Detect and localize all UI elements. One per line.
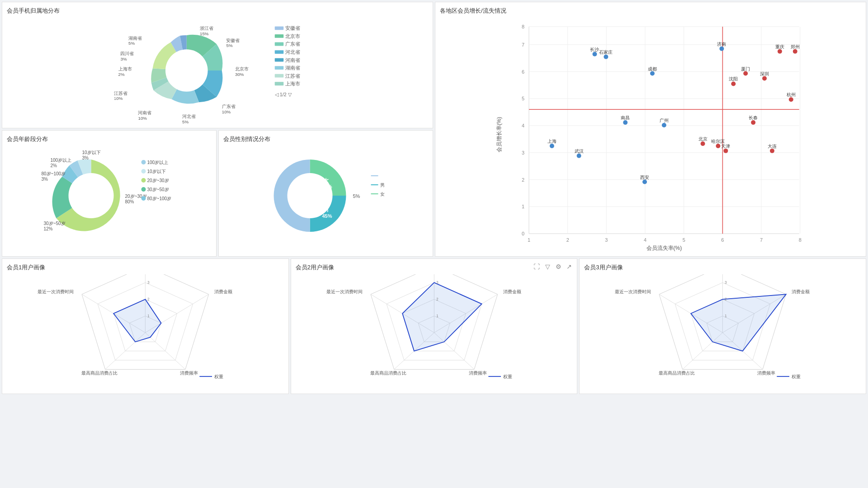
radar1-lbl3: 消费频率	[180, 371, 198, 375]
label-hebei-pct: 5%	[182, 119, 189, 123]
age-leg-20-lbl: 20岁~30岁	[147, 178, 169, 183]
radar2-lbl5: 最近一次消费时间	[326, 289, 362, 294]
phone-dist-svg: 浙江省 15% 安徽省 5% 北京市 30% 广东省 10% 河北省 5% 河南…	[7, 18, 428, 123]
label-chongqing: 重庆	[775, 44, 784, 49]
x-label-2: 2	[566, 237, 569, 243]
mid-row: 会员年龄段分布 20岁~30岁 80% 30岁~50岁 12%	[2, 130, 433, 257]
age-leg-100-lbl: 100岁以上	[147, 160, 169, 165]
radar2-panel: 会员2用户画像 ⛶ ▽ ⚙ ↗	[291, 258, 578, 394]
y-label-8: 8	[522, 24, 524, 29]
point-guangzhou	[662, 123, 666, 127]
label-beijing-s: 北京	[698, 136, 708, 141]
y-label-1: 1	[522, 204, 524, 209]
label-jinan: 济南	[717, 42, 726, 47]
age-leg-30-lbl: 30岁~50岁	[147, 187, 169, 192]
age-lbl-20-30-pct: 80%	[125, 199, 134, 204]
radar1-panel: 会员1用户画像	[2, 258, 289, 394]
legend-henan-label: 河南省	[285, 57, 300, 62]
age-panel: 会员年龄段分布 20岁~30岁 80% 30岁~50岁 12%	[2, 130, 217, 257]
scatter-chart: 0 1 2 3 4 5 6 7 8 1 2 3 4 5 6 7 8 会员流失率(…	[440, 18, 861, 252]
label-guangdong: 广东省	[222, 104, 236, 109]
radar2-title: 会员2用户画像	[296, 263, 573, 272]
legend-anhui-label: 安徽省	[285, 25, 300, 31]
scatter-title: 各地区会员增长/流失情况	[440, 7, 861, 15]
phone-dist-chart: 浙江省 15% 安徽省 5% 北京市 30% 广东省 10% 河北省 5% 河南…	[7, 18, 428, 123]
radar3-data	[691, 294, 786, 351]
radar3-lbl5: 最近一次消费时间	[615, 289, 651, 294]
point-xian	[642, 180, 647, 184]
radar2-data	[402, 282, 481, 351]
x-label-5: 5	[683, 237, 685, 243]
point-jinan	[719, 47, 724, 51]
x-label-3: 3	[605, 237, 608, 243]
point-zhengzhou	[793, 49, 797, 54]
label-guangzhou: 广州	[660, 118, 669, 123]
label-shenzhen: 深圳	[760, 71, 769, 76]
age-leg-100	[142, 160, 146, 164]
radar2-val2: 2	[436, 297, 439, 301]
radar3-val2: 2	[725, 297, 727, 301]
fullscreen-icon[interactable]: ⛶	[533, 263, 541, 271]
label-zhejiang: 浙江省	[200, 26, 213, 31]
label-changchun: 长春	[749, 115, 758, 120]
legend-shanghai-label: 上海市	[285, 81, 300, 86]
point-dalian	[770, 149, 774, 153]
legend-jiangsu-label: 江苏省	[285, 73, 300, 79]
y-label-4: 4	[522, 123, 524, 128]
legend-hunan-label: 湖南省	[285, 65, 300, 70]
radar2-lbl4: 最高商品消费占比	[370, 371, 406, 375]
label-sjz: 石家庄	[599, 50, 613, 55]
age-svg: 20岁~30岁 80% 30岁~50岁 12% 80岁~100岁 3% 100岁…	[7, 146, 212, 245]
label-changsha: 长沙	[590, 47, 599, 52]
scatter-panel: 各地区会员增长/流失情况	[435, 2, 866, 257]
legend-guangdong-label: 广东省	[285, 41, 300, 47]
label-tianjin: 天津	[721, 144, 730, 149]
point-shanghai	[550, 144, 554, 148]
gender-male-inside-pct: 45%	[322, 213, 332, 219]
legend-guangdong-icon	[275, 42, 284, 46]
age-leg-80	[142, 196, 146, 201]
radar3-lbl3: 消费频率	[758, 371, 776, 375]
radar3-val3: 3	[725, 280, 727, 285]
point-chongqing	[778, 49, 782, 54]
radar1-val3: 3	[147, 280, 150, 285]
radar2-svg: 特价商品消费占比 消费金额 消费频率 最高商品消费占比 最近一次消费时间 1 2…	[296, 274, 573, 383]
point-changchun	[751, 120, 755, 125]
gender-panel: 会员性别情况分布 女 50% 男 45% 5%	[218, 130, 433, 257]
export-icon[interactable]: ↗	[565, 263, 573, 271]
x-axis-title: 会员流失率(%)	[646, 245, 682, 251]
legend-shanghai-icon	[275, 82, 284, 85]
label-guangdong-pct: 10%	[222, 109, 231, 114]
gender-female-inside-lbl: 女	[323, 178, 329, 183]
age-lbl-30-50-name: 30岁~50岁	[44, 221, 66, 226]
donut-hole	[165, 49, 208, 92]
gender-female-inside-pct: 50%	[322, 184, 332, 189]
label-xiamen: 厦门	[741, 66, 750, 71]
radar1-val1: 1	[147, 314, 150, 318]
gender-leg-male-lbl: 男	[380, 183, 385, 188]
gender-male-inside-lbl: 男	[323, 207, 329, 212]
legend-beijing-label: 北京市	[285, 33, 300, 39]
point-nanchang	[623, 120, 627, 125]
y-label-6: 6	[522, 69, 524, 75]
age-donut-hole	[69, 173, 114, 218]
filter-icon[interactable]: ▽	[543, 263, 552, 271]
point-shenyang	[731, 81, 736, 86]
settings-icon[interactable]: ⚙	[554, 263, 562, 271]
gender-legend: 男 女	[371, 176, 385, 197]
radar3-title: 会员3用户画像	[584, 263, 861, 272]
x-label-4: 4	[644, 237, 646, 243]
label-anhui-pct: 5%	[226, 43, 232, 48]
label-hunan: 湖南省	[128, 36, 142, 41]
legend-beijing-icon	[275, 34, 284, 38]
point-sjz	[604, 55, 608, 59]
radar3-val1: 1	[725, 314, 727, 318]
age-lbl-u10-pct: 3%	[82, 155, 89, 160]
label-jiangsu: 江苏省	[114, 91, 127, 96]
point-hangzhou	[789, 97, 793, 102]
radar3-panel: 会员3用户画像 特价商品消费占比 消费金额 消	[579, 258, 866, 394]
y-label-0: 0	[522, 231, 524, 236]
radar1-lbl2: 消费金额	[214, 289, 232, 294]
label-shanghai-pct: 2%	[118, 72, 125, 77]
radar2-val1: 1	[436, 314, 439, 318]
